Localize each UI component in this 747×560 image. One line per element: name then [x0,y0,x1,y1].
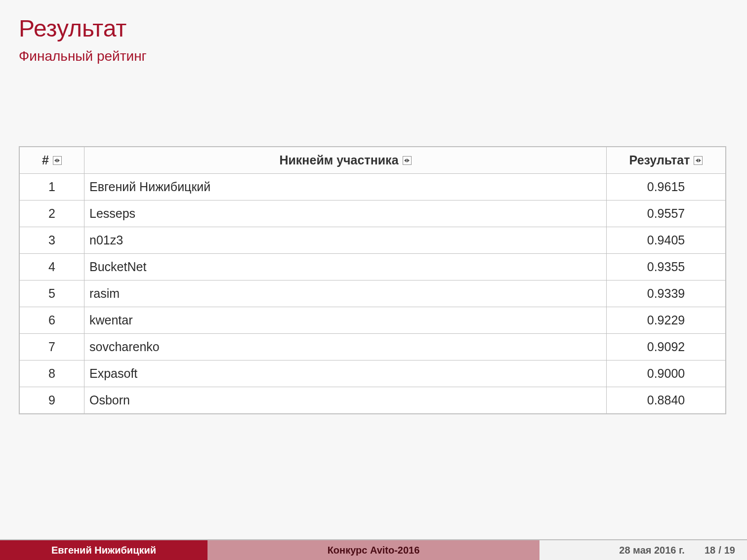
cell-score: 0.9092 [607,334,726,360]
col-header-name-label: Никнейм участника [279,153,398,167]
cell-score: 0.9405 [607,227,726,254]
col-header-rank-label: # [42,153,49,167]
cell-score: 0.9000 [607,360,726,387]
footer-competition: Конкурс Avito-2016 [208,540,540,560]
col-header-score-label: Результат [629,153,690,167]
slide-footer: Евгений Нижибицкий Конкурс Avito-2016 28… [0,540,747,560]
footer-date: 28 мая 2016 г. [619,545,685,556]
ranking-table-container: # Никнейм участника Результат [19,146,726,414]
footer-page: 18 / 19 [705,545,735,556]
cell-rank: 7 [19,334,84,360]
cell-rank: 1 [19,174,84,200]
col-header-name[interactable]: Никнейм участника [84,147,607,174]
cell-name: Евгений Нижибицкий [84,174,607,200]
cell-score: 0.9615 [607,174,726,200]
cell-name: n01z3 [84,227,607,254]
table-row: 6 kwentar 0.9229 [19,307,726,334]
sort-icon[interactable] [403,156,412,165]
cell-name: kwentar [84,307,607,334]
table-row: 8 Expasoft 0.9000 [19,360,726,387]
footer-page-total: 19 [724,545,735,556]
cell-name: Expasoft [84,360,607,387]
cell-name: rasim [84,280,607,307]
footer-author: Евгений Нижибицкий [0,540,208,560]
ranking-table: # Никнейм участника Результат [19,146,726,414]
table-row: 5 rasim 0.9339 [19,280,726,307]
sort-icon[interactable] [694,156,703,165]
cell-score: 0.9229 [607,307,726,334]
col-header-score[interactable]: Результат [607,147,726,174]
cell-rank: 3 [19,227,84,254]
footer-page-sep: / [718,545,721,556]
cell-rank: 5 [19,280,84,307]
table-row: 9 Osborn 0.8840 [19,387,726,414]
footer-page-current: 18 [705,545,715,556]
cell-rank: 8 [19,360,84,387]
sort-icon[interactable] [53,156,62,165]
footer-right: 28 мая 2016 г. 18 / 19 [540,540,747,560]
cell-score: 0.9355 [607,254,726,280]
cell-rank: 4 [19,254,84,280]
cell-name: Osborn [84,387,607,414]
cell-name: sovcharenko [84,334,607,360]
table-row: 2 Lesseps 0.9557 [19,200,726,227]
cell-rank: 2 [19,200,84,227]
cell-rank: 9 [19,387,84,414]
cell-name: BucketNet [84,254,607,280]
cell-score: 0.9557 [607,200,726,227]
col-header-rank[interactable]: # [19,147,84,174]
cell-score: 0.9339 [607,280,726,307]
cell-name: Lesseps [84,200,607,227]
table-header-row: # Никнейм участника Результат [19,147,726,174]
table-row: 3 n01z3 0.9405 [19,227,726,254]
slide-subtitle: Финальный рейтинг [19,48,147,64]
cell-score: 0.8840 [607,387,726,414]
table-row: 4 BucketNet 0.9355 [19,254,726,280]
slide-title: Результат [19,15,126,42]
table-row: 7 sovcharenko 0.9092 [19,334,726,360]
table-row: 1 Евгений Нижибицкий 0.9615 [19,174,726,200]
cell-rank: 6 [19,307,84,334]
